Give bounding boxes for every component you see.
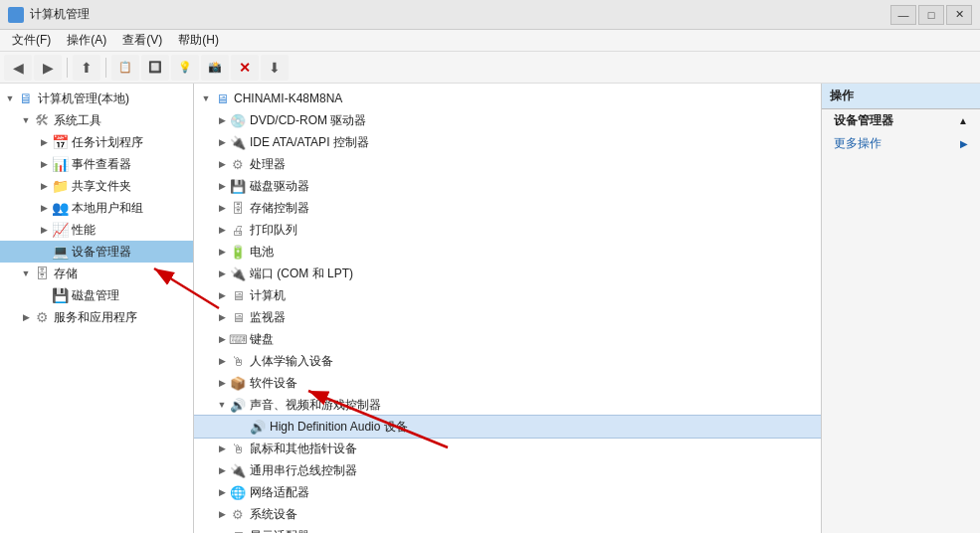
- window-controls: — □ ✕: [890, 5, 972, 25]
- storage-toggle: ▼: [18, 268, 34, 278]
- menu-help[interactable]: 帮助(H): [170, 30, 227, 51]
- users-label: 本地用户和组: [72, 200, 143, 217]
- properties-button[interactable]: 🔲: [141, 55, 169, 81]
- dev-sysdev[interactable]: ▶ ⚙ 系统设备: [194, 503, 821, 525]
- dev-dvd[interactable]: ▶ 💿 DVD/CD-ROM 驱动器: [194, 109, 821, 131]
- mouse-label: 鼠标和其他指针设备: [250, 441, 357, 457]
- delete-button[interactable]: ✕: [231, 55, 259, 81]
- ports-toggle: ▶: [214, 268, 230, 278]
- back-button[interactable]: ◀: [4, 55, 32, 81]
- menu-bar: 文件(F) 操作(A) 查看(V) 帮助(H): [0, 30, 980, 52]
- dev-print[interactable]: ▶ 🖨 打印队列: [194, 219, 821, 241]
- up-button[interactable]: ⬆: [73, 55, 100, 81]
- task-label: 任务计划程序: [72, 134, 143, 151]
- audio-toggle: ▼: [214, 400, 230, 410]
- shared-icon: 📁: [52, 178, 68, 194]
- dev-disk[interactable]: ▶ 💾 磁盘驱动器: [194, 175, 821, 197]
- action-devmgr[interactable]: 设备管理器 ▲: [822, 109, 980, 132]
- dev-display[interactable]: ▶ 🖥 显示适配器: [194, 525, 821, 533]
- mouse-toggle: ▶: [214, 444, 230, 453]
- monitor-toggle: ▶: [214, 312, 230, 322]
- battery-label: 电池: [250, 244, 274, 261]
- event-toggle: ▶: [36, 159, 52, 169]
- dev-software[interactable]: ▶ 📦 软件设备: [194, 372, 821, 394]
- sysdev-icon: ⚙: [230, 506, 246, 522]
- tree-services[interactable]: ▶ ⚙ 服务和应用程序: [0, 306, 193, 328]
- tree-local-users[interactable]: ▶ 👥 本地用户和组: [0, 197, 193, 219]
- dev-monitor[interactable]: ▶ 🖥 监视器: [194, 306, 821, 328]
- task-toggle: ▶: [36, 137, 52, 147]
- forward-button[interactable]: ▶: [34, 55, 62, 81]
- audio-icon: 🔊: [230, 397, 246, 413]
- tree-root[interactable]: ▼ 🖥 计算机管理(本地): [0, 88, 193, 109]
- dev-ports[interactable]: ▶ 🔌 端口 (COM 和 LPT): [194, 263, 821, 284]
- close-button[interactable]: ✕: [946, 5, 972, 25]
- dev-computer-root[interactable]: ▼ 🖥 CHINAMI-K48M8NA: [194, 88, 821, 109]
- storagectrl-icon: 🗄: [230, 200, 246, 216]
- monitor-label: 监视器: [250, 309, 286, 326]
- tree-event-viewer[interactable]: ▶ 📊 事件查看器: [0, 153, 193, 175]
- dev-network[interactable]: ▶ 🌐 网络适配器: [194, 481, 821, 503]
- usb-icon: 🔌: [230, 462, 246, 478]
- action-more-label: 更多操作: [834, 135, 882, 152]
- tree-performance[interactable]: ▶ 📈 性能: [0, 219, 193, 241]
- disk2-label: 磁盘驱动器: [250, 178, 309, 195]
- tree-system-tools[interactable]: ▼ 🛠 系统工具: [0, 109, 193, 131]
- display-label: 显示适配器: [250, 528, 309, 534]
- dvd-toggle: ▶: [214, 115, 230, 125]
- users-icon: 👥: [52, 200, 68, 216]
- right-panel: 操作 设备管理器 ▲ 更多操作 ▶: [821, 84, 980, 533]
- battery-icon: 🔋: [230, 244, 246, 260]
- dev-storage-ctrl[interactable]: ▶ 🗄 存储控制器: [194, 197, 821, 219]
- action-devmgr-label: 设备管理器: [834, 112, 893, 129]
- dev-ide[interactable]: ▶ 🔌 IDE ATA/ATAPI 控制器: [194, 131, 821, 153]
- maximize-button[interactable]: □: [918, 5, 944, 25]
- network-icon: 🌐: [230, 484, 246, 500]
- tree-task-scheduler[interactable]: ▶ 📅 任务计划程序: [0, 131, 193, 153]
- dev-cpu[interactable]: ▶ ⚙ 处理器: [194, 153, 821, 175]
- tree-storage[interactable]: ▼ 🗄 存储: [0, 263, 193, 284]
- perf-toggle: ▶: [36, 225, 52, 235]
- dev-hid[interactable]: ▶ 🖱 人体学输入设备: [194, 350, 821, 372]
- devmgr-icon: 💻: [52, 244, 68, 260]
- software-toggle: ▶: [214, 378, 230, 388]
- menu-action[interactable]: 操作(A): [59, 30, 114, 51]
- action-devmgr-arrow: ▲: [958, 115, 968, 126]
- audio-label: 声音、视频和游戏控制器: [250, 397, 381, 414]
- computer-icon: 🖥: [230, 287, 246, 303]
- menu-view[interactable]: 查看(V): [114, 30, 170, 51]
- services-toggle: ▶: [18, 312, 34, 322]
- dev-usb[interactable]: ▶ 🔌 通用串行总线控制器: [194, 459, 821, 481]
- shared-label: 共享文件夹: [72, 178, 131, 195]
- show-hide-button[interactable]: 📋: [111, 55, 139, 81]
- dev-keyboard[interactable]: ▶ ⌨ 键盘: [194, 328, 821, 350]
- new-button[interactable]: 📸: [201, 55, 229, 81]
- minimize-button[interactable]: —: [890, 5, 916, 25]
- comp-root-toggle: ▼: [198, 93, 214, 103]
- tree-shared-folders[interactable]: ▶ 📁 共享文件夹: [0, 175, 193, 197]
- cpu-label: 处理器: [250, 156, 286, 173]
- task-icon: 📅: [52, 134, 68, 150]
- down-button[interactable]: ⬇: [261, 55, 289, 81]
- mid-panel: ▼ 🖥 CHINAMI-K48M8NA ▶ 💿 DVD/CD-ROM 驱动器 ▶…: [194, 84, 821, 533]
- ide-label: IDE ATA/ATAPI 控制器: [250, 134, 369, 151]
- dev-computer[interactable]: ▶ 🖥 计算机: [194, 284, 821, 306]
- menu-file[interactable]: 文件(F): [4, 30, 59, 51]
- action-more[interactable]: 更多操作 ▶: [822, 132, 980, 155]
- systools-toggle: ▼: [18, 115, 34, 125]
- tree-disk-mgmt[interactable]: 💾 磁盘管理: [0, 284, 193, 306]
- dev-hd-audio[interactable]: 🔊 High Definition Audio 设备: [194, 416, 821, 438]
- tree-device-manager[interactable]: 💻 设备管理器: [0, 241, 193, 263]
- keyboard-label: 键盘: [250, 331, 274, 348]
- disk-label: 磁盘管理: [72, 287, 119, 304]
- print-toggle: ▶: [214, 225, 230, 235]
- dev-audio[interactable]: ▼ 🔊 声音、视频和游戏控制器: [194, 394, 821, 416]
- mouse-icon: 🖱: [230, 441, 246, 456]
- toolbar: ◀ ▶ ⬆ 📋 🔲 💡 📸 ✕ ⬇: [0, 52, 980, 84]
- event-label: 事件查看器: [72, 156, 131, 173]
- storage-icon: 🗄: [34, 266, 50, 281]
- dev-battery[interactable]: ▶ 🔋 电池: [194, 241, 821, 263]
- help-button[interactable]: 💡: [171, 55, 199, 81]
- print-label: 打印队列: [250, 222, 297, 239]
- dev-mouse[interactable]: ▶ 🖱 鼠标和其他指针设备: [194, 438, 821, 459]
